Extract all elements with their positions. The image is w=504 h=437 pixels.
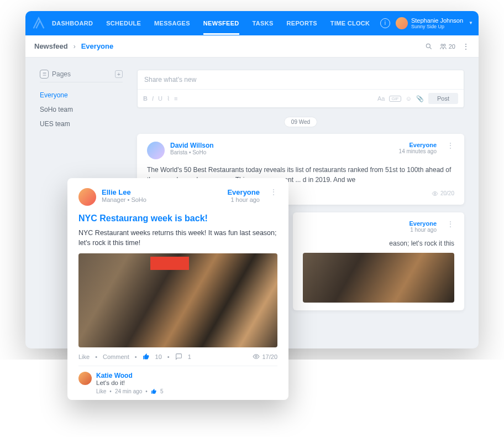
app-logo-icon xyxy=(31,15,46,31)
nav-tab-schedule[interactable]: SCHEDULE xyxy=(106,12,141,35)
svg-point-0 xyxy=(426,44,430,48)
nav-tabs: DASHBOARD SCHEDULE MESSAGES NEWSFEED TAS… xyxy=(52,12,380,35)
text-size-icon[interactable]: Aa xyxy=(377,95,385,102)
thumb-up-icon[interactable] xyxy=(143,353,150,360)
post-author-name[interactable]: David Willson xyxy=(170,142,393,149)
top-nav: DASHBOARD SCHEDULE MESSAGES NEWSFEED TAS… xyxy=(25,11,479,35)
post-detail-card: Ellie Lee Manager • SoHo Everyone 1 hour… xyxy=(67,178,288,360)
list-icon[interactable]: ≡ xyxy=(174,95,177,102)
meta-sep: • xyxy=(95,353,97,360)
eye-icon xyxy=(432,190,438,197)
svg-point-3 xyxy=(443,44,445,46)
nav-tab-reports[interactable]: REPORTS xyxy=(287,12,317,35)
like-count: 10 xyxy=(155,353,162,360)
post-button[interactable]: Post xyxy=(428,93,458,104)
view-count: 17/20 xyxy=(262,353,277,360)
composer-input[interactable]: Share what's new xyxy=(138,70,464,89)
post-more-icon[interactable]: ⋮ xyxy=(447,220,454,233)
post-author-role: Manager • SoHo xyxy=(102,196,222,203)
post-audience[interactable]: Everyone xyxy=(409,220,437,227)
underline-icon[interactable]: U xyxy=(158,95,162,102)
nav-tab-timeclock[interactable]: TIME CLOCK xyxy=(330,12,370,35)
breadcrumb-current: Everyone xyxy=(81,42,114,50)
post-timestamp: 1 hour ago xyxy=(227,196,260,203)
comment-count: 1 xyxy=(188,353,191,360)
post-body: NYC Restaurant weeks returns this week! … xyxy=(78,228,277,248)
post-author-avatar[interactable] xyxy=(78,188,96,206)
link-icon[interactable]: ⌇ xyxy=(167,95,170,102)
breadcrumb-sep: › xyxy=(74,43,76,50)
post-more-icon[interactable]: ⋮ xyxy=(270,188,277,206)
members-count-value: 20 xyxy=(449,43,455,50)
sidebar-item-ues[interactable]: UES team xyxy=(40,117,123,131)
sidebar-item-everyone[interactable]: Everyone xyxy=(40,88,123,102)
svg-point-5 xyxy=(255,356,257,357)
user-avatar xyxy=(396,17,408,29)
comment-icon[interactable] xyxy=(175,353,182,360)
info-icon[interactable]: i xyxy=(380,18,390,28)
breadcrumb-root[interactable]: Newsfeed xyxy=(34,42,68,50)
svg-point-2 xyxy=(441,44,443,46)
nav-tab-tasks[interactable]: TASKS xyxy=(253,12,274,35)
post-views: 20/20 xyxy=(440,190,454,197)
post-image-partial xyxy=(303,253,454,303)
post-title: NYC Restaurang week is back! xyxy=(78,214,277,223)
members-count[interactable]: 20 xyxy=(439,43,455,50)
sidebar-item-soho[interactable]: SoHo team xyxy=(40,102,123,117)
post-author-avatar[interactable] xyxy=(147,142,165,159)
meta-sep: • xyxy=(135,353,137,360)
pages-icon: ☰ xyxy=(40,70,49,79)
meta-sep: • xyxy=(167,353,170,360)
svg-point-4 xyxy=(434,193,435,195)
post-timestamp: 1 hour ago xyxy=(409,227,437,233)
feed-post-partial: Everyone 1 hour ago ⋮ eason; let's rock … xyxy=(293,212,464,310)
like-button[interactable]: Like xyxy=(78,353,90,360)
more-icon[interactable]: ⋮ xyxy=(462,42,470,51)
emoji-icon[interactable]: ☺ xyxy=(406,95,412,102)
bold-icon[interactable]: B xyxy=(143,95,148,102)
post-author-name[interactable]: Ellie Lee xyxy=(102,188,222,196)
gif-icon[interactable]: GIF xyxy=(389,96,401,102)
post-timestamp: 14 minutes ago xyxy=(399,148,437,154)
search-icon[interactable] xyxy=(425,43,433,50)
add-page-button[interactable]: + xyxy=(115,70,123,78)
chevron-down-icon: ▼ xyxy=(469,20,473,25)
attach-icon[interactable]: 📎 xyxy=(416,95,424,102)
sidebar-title: Pages xyxy=(52,70,71,78)
post-audience[interactable]: Everyone xyxy=(227,188,260,196)
comment-button[interactable]: Comment xyxy=(103,353,129,360)
post-author-role: Barista • SoHo xyxy=(170,149,393,155)
eye-icon xyxy=(253,353,260,360)
post-audience[interactable]: Everyone xyxy=(399,142,437,148)
post-more-icon[interactable]: ⋮ xyxy=(447,142,454,159)
svg-line-1 xyxy=(430,47,432,49)
post-image[interactable] xyxy=(78,253,277,347)
date-divider: 09 Wed xyxy=(137,117,464,127)
italic-icon[interactable]: I xyxy=(152,95,154,102)
nav-tab-newsfeed[interactable]: NEWSFEED xyxy=(203,12,239,35)
user-name: Stephanie Johnson xyxy=(411,17,463,24)
user-org: Sunny Side Up xyxy=(411,24,463,29)
user-menu[interactable]: Stephanie Johnson Sunny Side Up ▼ xyxy=(396,17,473,30)
nav-tab-messages[interactable]: MESSAGES xyxy=(154,12,190,35)
nav-tab-dashboard[interactable]: DASHBOARD xyxy=(52,12,93,35)
post-body-snippet: eason; let's rock it this xyxy=(303,238,454,248)
breadcrumb-bar: Newsfeed › Everyone 20 ⋮ xyxy=(25,35,479,58)
date-label: 09 Wed xyxy=(284,117,317,127)
composer: Share what's new B I U ⌇ ≡ Aa GIF ☺ 📎 Po… xyxy=(137,70,464,108)
